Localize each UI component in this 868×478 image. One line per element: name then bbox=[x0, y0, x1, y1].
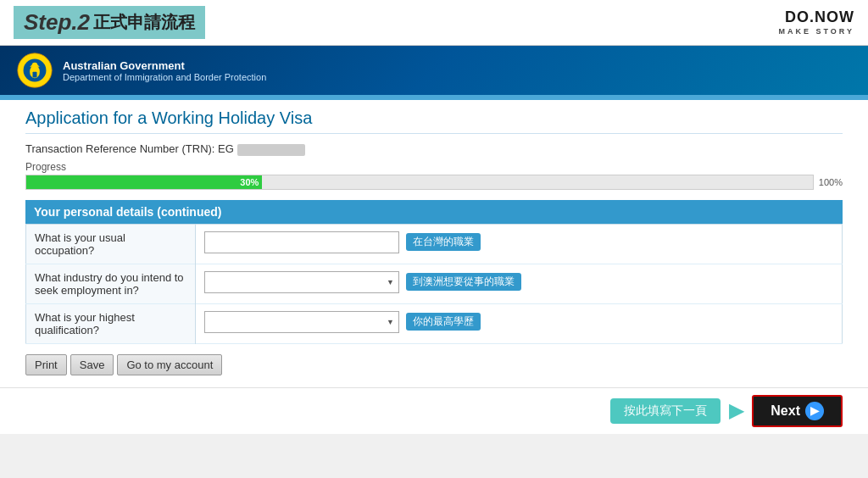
next-row: 按此填寫下一頁 ▶ Next ▶ bbox=[0, 387, 868, 434]
brand-logo: DO.NOW MAKE STORY bbox=[778, 8, 854, 36]
table-row: What is your highest qualification? 你的最高… bbox=[26, 303, 843, 343]
field-row-occupation: 在台灣的職業 bbox=[204, 231, 481, 253]
go-to-account-button[interactable]: Go to my account bbox=[117, 354, 222, 375]
field-row-qualification: 你的最高學歷 bbox=[204, 311, 481, 333]
main-content: Application for a Working Holiday Visa T… bbox=[0, 100, 868, 387]
brand-name: DO.NOW bbox=[785, 8, 854, 25]
form-table: What is your usual occupation? 在台灣的職業 Wh… bbox=[25, 224, 843, 344]
progress-bar-outer: 30% bbox=[25, 175, 814, 190]
progress-bar-inner: 30% bbox=[26, 175, 262, 189]
industry-annotation: 到澳洲想要從事的職業 bbox=[406, 273, 521, 291]
field-label-qualification: What is your highest qualification? bbox=[26, 303, 196, 343]
top-header: Step.2 正式申請流程 DO.NOW MAKE STORY bbox=[0, 0, 868, 46]
step-title: 正式申請流程 bbox=[93, 11, 195, 34]
section-header: Your personal details (continued) bbox=[25, 200, 843, 224]
bottom-buttons: Print Save Go to my account bbox=[25, 354, 843, 375]
industry-select[interactable] bbox=[204, 271, 399, 293]
field-row-industry: 到澳洲想要從事的職業 bbox=[204, 271, 521, 293]
svg-text:★: ★ bbox=[34, 82, 36, 86]
brand-sub: MAKE STORY bbox=[778, 27, 854, 36]
occupation-input[interactable] bbox=[204, 231, 399, 253]
qualification-select-wrapper bbox=[204, 311, 399, 333]
progress-bar-container: 30% 100% bbox=[25, 175, 843, 190]
step-badge: Step.2 正式申請流程 bbox=[14, 6, 205, 39]
page-title: Application for a Working Holiday Visa bbox=[25, 100, 843, 134]
progress-100: 100% bbox=[819, 177, 843, 187]
next-arrow-icon: ▶ bbox=[729, 400, 743, 422]
occupation-annotation: 在台灣的職業 bbox=[406, 233, 481, 251]
save-button[interactable]: Save bbox=[70, 354, 114, 375]
gov-dept: Department of Immigration and Border Pro… bbox=[63, 72, 266, 82]
gov-text: Australian Government Department of Immi… bbox=[63, 59, 266, 82]
trn-label: Transaction Reference Number (TRN): EG bbox=[25, 142, 234, 155]
table-row: What industry do you intend to seek empl… bbox=[26, 264, 843, 303]
trn-value-blurred bbox=[237, 144, 305, 156]
next-label: Next bbox=[771, 403, 800, 419]
next-instruction: 按此填寫下一頁 bbox=[610, 398, 721, 424]
svg-rect-4 bbox=[32, 72, 36, 78]
qualification-annotation: 你的最高學歷 bbox=[406, 313, 481, 331]
field-label-industry: What industry do you intend to seek empl… bbox=[26, 264, 196, 303]
table-row: What is your usual occupation? 在台灣的職業 bbox=[26, 224, 843, 264]
gov-name: Australian Government bbox=[63, 59, 266, 72]
field-label-occupation: What is your usual occupation? bbox=[26, 224, 196, 264]
industry-select-wrapper bbox=[204, 271, 399, 293]
print-button[interactable]: Print bbox=[25, 354, 67, 375]
gov-crest-icon: ★ bbox=[17, 53, 53, 88]
trn-row: Transaction Reference Number (TRN): EG bbox=[25, 142, 843, 156]
gov-banner: ★ Australian Government Department of Im… bbox=[0, 46, 868, 95]
progress-pct: 30% bbox=[240, 177, 259, 187]
next-button[interactable]: Next ▶ bbox=[752, 395, 843, 427]
next-button-icon: ▶ bbox=[805, 402, 824, 420]
svg-point-5 bbox=[32, 63, 38, 69]
step-number: Step.2 bbox=[24, 9, 90, 36]
progress-label: Progress bbox=[25, 161, 843, 173]
qualification-select[interactable] bbox=[204, 311, 399, 333]
